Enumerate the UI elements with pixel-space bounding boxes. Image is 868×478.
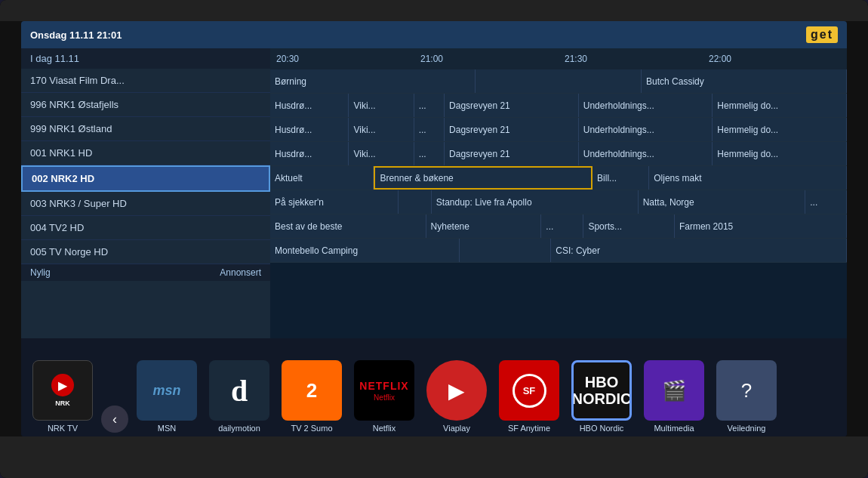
epg-cell-dot2[interactable]: ... <box>414 118 445 141</box>
app-dailymotion-label: dailymotion <box>218 424 260 433</box>
tv-bezel-bottom <box>0 436 868 478</box>
epg-row-7: Best av de beste Nyhetene ... Sports... … <box>270 214 847 239</box>
epg-cell-viki3[interactable]: Viki... <box>349 142 414 165</box>
epg-cell-dot5[interactable]: ... <box>541 214 583 238</box>
epg-row-2: Husdrø... Viki... ... Dagsrevyen 21 Unde… <box>270 94 847 118</box>
epg-cell-dagsr1[interactable]: Dagsrevyen 21 <box>445 94 579 117</box>
epg-cell-brenner[interactable]: Brenner & bøkene <box>374 166 593 190</box>
app-sf-anytime[interactable]: SF SF Anytime <box>495 342 563 433</box>
epg-cell-butch[interactable]: Butch Cassidy <box>642 69 847 93</box>
arrow-left-icon: ‹ <box>101 406 128 433</box>
epg-cell-best[interactable]: Best av de beste <box>270 214 426 238</box>
header-bar: Onsdag 11.11 21:01 get <box>21 21 847 48</box>
epg-cell-sports[interactable]: Sports... <box>583 214 675 238</box>
epg-cell-borning[interactable]: Børning <box>270 69 476 93</box>
footer-annonsert: Annonsert <box>220 267 261 278</box>
app-tv2-sumo[interactable]: 2 TV 2 Sumo <box>278 342 346 433</box>
viaplay-arrow-icon: ▶ <box>448 378 465 403</box>
channel-item-002[interactable]: 002 NRK2 HD <box>21 165 270 192</box>
time-header: 20:30 21:00 21:30 22:00 <box>270 48 847 69</box>
channel-item-004[interactable]: 004 TV2 HD <box>21 216 270 240</box>
epg-cell-standup[interactable]: Standup: Live fra Apollo <box>432 190 639 214</box>
hbo-text: HBONORDIC <box>572 374 632 407</box>
app-netflix[interactable]: NETFLIX Netflix Netflix <box>350 342 418 433</box>
msn-text: msn <box>152 383 180 399</box>
epg-cell-dot4[interactable]: ... <box>805 190 847 214</box>
veiledning-icon-box: ? <box>716 360 777 421</box>
epg-cell-undh3[interactable]: Underholdnings... <box>579 142 713 165</box>
epg-row-4: Husdrø... Viki... ... Dagsrevyen 21 Unde… <box>270 142 847 166</box>
time-slot-2: 21:00 <box>414 54 559 64</box>
app-hbo-nordic[interactable]: HBONORDIC HBO Nordic <box>568 342 636 433</box>
app-multimedia[interactable]: 🎬 Multimedia <box>640 342 708 433</box>
channel-item-003[interactable]: 003 NRK3 / Super HD <box>21 192 270 216</box>
epg-cell-paa-sjekk[interactable]: På sjekker'n <box>270 190 399 214</box>
epg-cell-dot3[interactable]: ... <box>414 142 445 165</box>
dm-d-text: d <box>231 373 248 409</box>
epg-cell-dagsr3[interactable]: Dagsrevyen 21 <box>445 142 579 165</box>
epg-cell-csi[interactable]: CSI: Cyber <box>551 239 847 262</box>
netflix-text-top: NETFLIX <box>359 380 408 392</box>
channel-item-996[interactable]: 996 NRK1 Østafjells <box>21 93 270 117</box>
channel-item-005[interactable]: 005 TV Norge HD <box>21 240 270 264</box>
epg-cell-viki1[interactable]: Viki... <box>349 94 414 117</box>
epg-cell-dagsr2[interactable]: Dagsrevyen 21 <box>445 118 579 141</box>
epg-cell-natta[interactable]: Natta, Norge <box>639 190 806 214</box>
epg-cell-oljens[interactable]: Oljens makt <box>649 166 847 190</box>
app-arrow-left[interactable]: ‹ <box>101 342 128 433</box>
epg-cell-nyhetene[interactable]: Nyhetene <box>426 214 542 238</box>
channel-item-999[interactable]: 999 NRK1 Østland <box>21 117 270 141</box>
multimedia-play-icon: 🎬 <box>662 379 686 402</box>
main-content: I dag 11.11 170 Viasat Film Dra... 996 N… <box>21 48 847 338</box>
question-mark-icon: ? <box>741 379 752 402</box>
app-nrk-tv[interactable]: ▶ NRK NRK TV <box>29 342 97 433</box>
app-veiledning[interactable]: ? Veiledning <box>713 342 780 433</box>
epg-cell-dot1[interactable]: ... <box>414 94 445 117</box>
epg-row-6: På sjekker'n Standup: Live fra Apollo Na… <box>270 190 847 214</box>
epg-row-1: Børning Butch Cassidy <box>270 69 847 94</box>
logo-get: get <box>806 26 838 43</box>
epg-cell-undh1[interactable]: Underholdnings... <box>579 94 713 117</box>
time-slot-1: 20:30 <box>270 54 414 64</box>
epg-cell-hemm3[interactable]: Hemmelig do... <box>713 142 847 165</box>
epg-cell-hemm2[interactable]: Hemmelig do... <box>713 118 847 141</box>
epg-cell-husdr1[interactable]: Husdrø... <box>270 94 349 117</box>
epg-cell-montebello[interactable]: Montebello Camping <box>270 239 460 262</box>
footer-nylig: Nylig <box>30 267 51 278</box>
channel-list: I dag 11.11 170 Viasat Film Dra... 996 N… <box>21 48 270 338</box>
epg-cell-undh2[interactable]: Underholdnings... <box>579 118 713 141</box>
epg-cell-hemm1[interactable]: Hemmelig do... <box>713 94 847 117</box>
epg-cell-empty2[interactable] <box>399 190 432 214</box>
channel-item-001[interactable]: 001 NRK1 HD <box>21 141 270 165</box>
app-viaplay[interactable]: ▶ Viaplay <box>423 342 491 433</box>
app-msn-label: MSN <box>158 424 176 433</box>
channel-item-170[interactable]: 170 Viasat Film Dra... <box>21 69 270 93</box>
tv-bezel-top <box>0 0 868 21</box>
app-dailymotion[interactable]: d dailymotion <box>205 342 273 433</box>
epg-cell-farmen[interactable]: Farmen 2015 <box>675 214 847 238</box>
app-multimedia-label: Multimedia <box>654 424 694 433</box>
epg-cell-viki2[interactable]: Viki... <box>349 118 414 141</box>
epg-cell-bill[interactable]: Bill... <box>593 166 649 190</box>
apps-bar: ▶ NRK NRK TV ‹ msn MSN <box>21 338 847 436</box>
epg-cell-empty1[interactable] <box>476 69 642 93</box>
time-slot-3: 21:30 <box>559 54 703 64</box>
netflix-text-bottom: Netflix <box>374 393 395 402</box>
epg-cell-husdr3[interactable]: Husdrø... <box>270 142 349 165</box>
channel-list-header: I dag 11.11 <box>21 48 270 69</box>
app-tv2-label: TV 2 Sumo <box>291 424 332 433</box>
header-datetime: Onsdag 11.11 21:01 <box>30 29 122 41</box>
epg-cell-husdr2[interactable]: Husdrø... <box>270 118 349 141</box>
epg-cell-aktuelt[interactable]: Aktuelt <box>270 166 374 190</box>
epg-cell-empty3[interactable] <box>460 239 551 262</box>
app-msn[interactable]: msn MSN <box>133 342 201 433</box>
sf-text: SF <box>523 385 536 396</box>
tv-frame: Onsdag 11.11 21:01 get I dag 11.11 170 V… <box>0 0 868 478</box>
app-viaplay-label: Viaplay <box>443 424 470 433</box>
logo-text: get <box>806 26 838 43</box>
app-veiledning-label: Veiledning <box>728 424 766 433</box>
msn-icon: msn <box>137 360 197 421</box>
app-netflix-label: Netflix <box>373 424 396 433</box>
epg-row-3: Husdrø... Viki... ... Dagsrevyen 21 Unde… <box>270 118 847 142</box>
epg-rows: Børning Butch Cassidy Husdrø... Viki... … <box>270 69 847 338</box>
